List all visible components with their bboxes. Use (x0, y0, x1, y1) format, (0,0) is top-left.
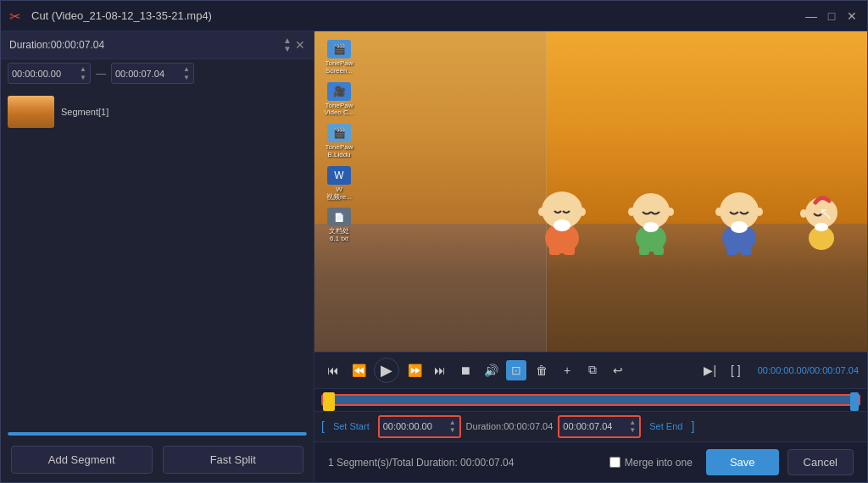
svg-point-10 (667, 208, 674, 216)
desktop-icon-5: 📄 文档处6.1 txt (323, 208, 355, 243)
end-marker[interactable] (850, 392, 859, 411)
video-frame: 🎬 TonePawScreen... 🎥 TonePawVideo C... 🎬 (314, 31, 867, 352)
rewind-button[interactable]: ⏪ (348, 360, 369, 380)
time-display: 00:00:00.00/00:00:07.04 (758, 365, 859, 375)
svg-point-4 (554, 219, 570, 231)
seg-end-up[interactable]: ▲ (629, 419, 636, 427)
svg-point-9 (628, 208, 635, 216)
main-window: ✂ Cut (Video_21-08-12_13-35-21.mp4) — □ … (0, 0, 868, 483)
seg-start-input[interactable] (383, 421, 449, 431)
close-button[interactable]: ✕ (845, 9, 859, 23)
cursor: ↖ (819, 203, 833, 224)
progress-container (1, 429, 314, 437)
open-bracket: [ (321, 419, 325, 433)
character-1 (532, 175, 592, 255)
end-time-up[interactable]: ▲ (183, 65, 190, 74)
progress-fill (8, 432, 307, 436)
playback-controls: ⏮ ⏪ ▶ ⏩ ⏭ ⏹ 🔊 ⊡ 🗑 + ⧉ ↩ ▶| [ ] 00:00:00.… (314, 352, 867, 388)
character-3 (710, 177, 768, 255)
maximize-button[interactable]: □ (825, 9, 838, 23)
merge-option: Merge into one (609, 457, 693, 469)
character-2 (624, 179, 679, 255)
left-panel: Duration:00:00:07.04 ▲ ▼ ✕ ▲ ▼ (1, 31, 314, 482)
seg-start-down[interactable]: ▼ (449, 426, 456, 435)
header-arrows: ▲ ▼ (283, 36, 292, 53)
icon-img-5: 📄 (327, 208, 351, 226)
clip-play-button[interactable]: ▶| (700, 360, 721, 380)
window-title: Cut (Video_21-08-12_13-35-21.mp4) (31, 9, 804, 22)
right-panel: 🎬 TonePawScreen... 🎥 TonePawVideo C... 🎬 (314, 31, 867, 482)
set-start-button[interactable]: Set Start (330, 419, 373, 433)
segment-time-controls: [ Set Start ▲ ▼ Duration:00:00:07.04 ▲ (314, 411, 867, 441)
cut-mode-button[interactable]: ⊡ (506, 360, 526, 380)
add-cut-button[interactable]: + (557, 360, 577, 380)
segment-thumbnail (8, 96, 54, 128)
icon-img-2: 🎥 (327, 82, 351, 101)
timeline-track (314, 389, 867, 411)
start-time-spinners: ▲ ▼ (80, 65, 86, 81)
copy-segment-button[interactable]: ⧉ (582, 360, 603, 380)
svg-point-23 (800, 209, 807, 218)
seg-end-down[interactable]: ▼ (629, 426, 636, 435)
svg-rect-13 (654, 247, 664, 255)
svg-point-2 (538, 208, 545, 216)
segment-close-button[interactable]: ✕ (295, 38, 305, 52)
end-time-down[interactable]: ▼ (183, 74, 190, 82)
end-time-input-group: ▲ ▼ (111, 63, 194, 84)
svg-rect-5 (549, 247, 560, 255)
icon-img-1: 🎬 (327, 40, 351, 58)
skip-to-end-button[interactable]: ⏭ (430, 360, 450, 380)
segment-header: Duration:00:00:07.04 ▲ ▼ ✕ (1, 31, 314, 59)
window-controls: — □ ✕ (804, 9, 859, 23)
fast-split-button[interactable]: Fast Split (163, 446, 304, 474)
icon-img-3: 🎬 (327, 124, 351, 142)
seg-start-spinners: ▲ ▼ (449, 419, 456, 435)
anime-background: 🎬 TonePawScreen... 🎥 TonePawVideo C... 🎬 (314, 31, 867, 352)
icon-label-4: W视频re... (326, 186, 352, 202)
seg-start-input-group: ▲ ▼ (378, 415, 461, 438)
fast-forward-button[interactable]: ⏩ (404, 360, 425, 380)
end-time-input[interactable] (115, 69, 183, 79)
header-controls: ▲ ▼ ✕ (283, 36, 305, 53)
timeline-bar[interactable] (321, 394, 860, 406)
delete-segment-button[interactable]: 🗑 (531, 360, 552, 380)
progress-bar (8, 432, 307, 436)
svg-point-17 (756, 208, 763, 216)
start-time-down[interactable]: ▼ (80, 74, 86, 82)
save-button[interactable]: Save (706, 449, 779, 475)
time-range-row: ▲ ▼ — ▲ ▼ (1, 59, 314, 87)
content-area: Duration:00:00:07.04 ▲ ▼ ✕ ▲ ▼ (1, 31, 867, 482)
minimize-button[interactable]: — (804, 9, 818, 23)
merge-checkbox[interactable] (609, 457, 620, 468)
desktop-icon-4: W W视频re... (323, 166, 355, 202)
svg-rect-12 (639, 247, 649, 255)
desktop-icon-3: 🎬 TonePawB.Liddu (323, 124, 355, 159)
seg-end-input-group: ▲ ▼ (558, 415, 641, 438)
volume-button[interactable]: 🔊 (481, 360, 501, 380)
play-pause-button[interactable]: ▶ (374, 358, 399, 383)
time-separator: — (96, 68, 106, 80)
svg-point-18 (731, 221, 748, 233)
list-item[interactable]: Segment[1] (8, 92, 307, 131)
skip-to-start-button[interactable]: ⏮ (323, 360, 343, 380)
seg-start-up[interactable]: ▲ (449, 419, 456, 427)
main-footer: 1 Segment(s)/Total Duration: 00:00:07.04… (314, 441, 867, 482)
add-segment-button[interactable]: Add Segment (11, 446, 153, 474)
start-time-input[interactable] (12, 69, 80, 79)
arrow-down[interactable]: ▼ (283, 45, 292, 53)
undo-button[interactable]: ↩ (608, 360, 628, 380)
start-marker[interactable] (323, 392, 335, 411)
start-time-up[interactable]: ▲ (80, 65, 86, 74)
seg-end-input[interactable] (563, 421, 629, 431)
icon-label-1: TonePawScreen... (326, 60, 353, 75)
set-end-button[interactable]: Set End (646, 419, 686, 433)
desktop-icon-1: 🎬 TonePawScreen... (323, 40, 355, 75)
timeline-fill (323, 396, 859, 404)
icon-img-4: W (327, 166, 351, 185)
stop-button[interactable]: ⏹ (455, 360, 476, 380)
action-buttons: Add Segment Fast Split (1, 437, 314, 482)
segment-view-button[interactable]: [ ] (726, 360, 746, 380)
cancel-button[interactable]: Cancel (787, 449, 854, 475)
merge-label: Merge into one (625, 457, 693, 469)
segment-label: Segment[1] (61, 107, 108, 117)
